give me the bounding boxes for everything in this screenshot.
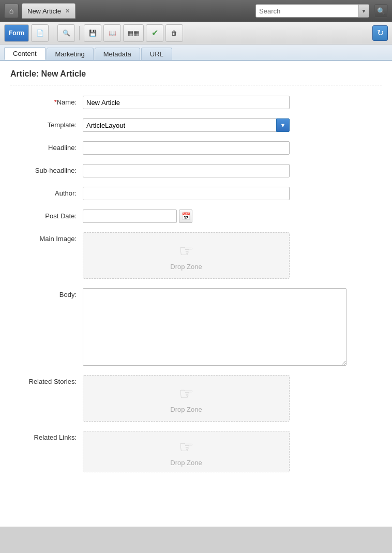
postdate-label: Post Date: <box>16 210 83 220</box>
active-tab[interactable]: New Article ✕ <box>22 3 76 19</box>
mainimage-row: Main Image: ☞ Drop Zone <box>10 232 382 279</box>
tab-url[interactable]: URL <box>141 48 172 60</box>
search-dropdown-arrow[interactable]: ▼ <box>358 5 369 17</box>
headline-label: Headline: <box>16 141 83 152</box>
tab-label: New Article <box>27 7 61 15</box>
body-textarea[interactable] <box>83 288 346 366</box>
find-icon: 📖 <box>109 29 116 37</box>
mainimage-dropzone-text: Drop Zone <box>170 263 202 271</box>
relatedlinks-row: Related Links: ☞ Drop Zone <box>10 431 382 472</box>
subheadline-field-wrapper <box>83 164 290 177</box>
name-row: *Name: <box>10 96 382 109</box>
refresh-button[interactable]: ↻ <box>372 25 388 41</box>
template-row: Template: ArticleLayout ▼ <box>10 118 382 132</box>
template-select-wrapper: ArticleLayout ▼ <box>83 118 290 132</box>
subheadline-row: Sub-headline: <box>10 164 382 177</box>
relatedstories-dropzone[interactable]: ☞ Drop Zone <box>83 375 290 422</box>
relatedlinks-dropzone-text: Drop Zone <box>170 459 202 467</box>
headline-row: Headline: <box>10 141 382 155</box>
check-icon: ✔ <box>152 28 158 38</box>
calendar-button[interactable]: 📅 <box>179 210 192 223</box>
name-field-wrapper <box>83 96 290 109</box>
toolbar-separator-1 <box>53 26 53 40</box>
relatedstories-label: Related Stories: <box>16 375 83 385</box>
main-content: Article: New Article *Name: Template: Ar… <box>0 61 392 527</box>
form-button[interactable]: Form <box>4 24 29 42</box>
search-bar: ▼ <box>255 4 369 18</box>
search-button[interactable]: 🔍 <box>374 4 388 18</box>
subheadline-input[interactable] <box>83 164 290 177</box>
postdate-input[interactable] <box>83 210 177 223</box>
content-tabs: Content Marketing Metadata URL <box>0 44 392 61</box>
save-icon: 💾 <box>89 29 97 37</box>
body-label: Body: <box>16 288 83 298</box>
toolbar-check-button[interactable]: ✔ <box>146 24 163 42</box>
hand-icon: ☞ <box>179 241 194 261</box>
tab-content[interactable]: Content <box>4 47 46 60</box>
multi-icon: ▦▦ <box>128 29 139 37</box>
template-select[interactable]: ArticleLayout <box>83 118 276 132</box>
toolbar-trash-button[interactable]: 🗑 <box>165 24 183 42</box>
mainimage-dropzone[interactable]: ☞ Drop Zone <box>83 232 290 279</box>
template-label: Template: <box>16 118 83 129</box>
headline-input[interactable] <box>83 141 290 155</box>
author-label: Author: <box>16 187 83 197</box>
tab-close-button[interactable]: ✕ <box>65 8 70 14</box>
name-input[interactable] <box>83 96 290 109</box>
toolbar-find-button[interactable]: 📖 <box>103 24 121 42</box>
preview-icon: 🔍 <box>63 29 70 37</box>
mainimage-label: Main Image: <box>16 232 83 243</box>
form-label: Form <box>9 29 24 37</box>
search-input[interactable] <box>256 7 358 15</box>
subheadline-label: Sub-headline: <box>16 164 83 174</box>
home-button[interactable]: ⌂ <box>4 4 19 18</box>
trash-icon: 🗑 <box>171 29 177 37</box>
toolbar-separator-2 <box>79 26 80 40</box>
toolbar-save-button[interactable]: 💾 <box>84 24 101 42</box>
title-bar: ⌂ New Article ✕ ▼ 🔍 <box>0 0 392 22</box>
relatedstories-dropzone-text: Drop Zone <box>170 406 202 413</box>
body-row: Body: <box>10 288 382 366</box>
toolbar: Form 📄 🔍 💾 📖 ▦▦ ✔ 🗑 ↻ <box>0 22 392 44</box>
toolbar-right: ↻ <box>372 25 388 41</box>
author-row: Author: <box>10 187 382 200</box>
related-links-hand-icon: ☞ <box>179 437 194 457</box>
tab-metadata[interactable]: Metadata <box>95 48 140 60</box>
template-dropdown-arrow[interactable]: ▼ <box>276 118 290 132</box>
relatedlinks-label: Related Links: <box>16 431 83 441</box>
toolbar-preview-button[interactable]: 🔍 <box>57 24 75 42</box>
tab-marketing[interactable]: Marketing <box>47 48 94 60</box>
toolbar-multi-button[interactable]: ▦▦ <box>123 24 144 42</box>
author-field-wrapper <box>83 187 290 200</box>
refresh-icon: ↻ <box>377 28 384 38</box>
toolbar-page-button[interactable]: 📄 <box>31 24 49 42</box>
relatedlinks-dropzone[interactable]: ☞ Drop Zone <box>83 431 290 472</box>
calendar-icon: 📅 <box>182 212 190 220</box>
relatedstories-row: Related Stories: ☞ Drop Zone <box>10 375 382 422</box>
headline-field-wrapper <box>83 141 290 155</box>
postdate-wrapper: 📅 <box>83 210 192 223</box>
article-title: Article: New Article <box>10 69 382 85</box>
postdate-row: Post Date: 📅 <box>10 210 382 223</box>
page-icon: 📄 <box>36 29 44 37</box>
author-input[interactable] <box>83 187 290 200</box>
related-stories-hand-icon: ☞ <box>179 384 194 403</box>
name-label: *Name: <box>16 96 83 106</box>
